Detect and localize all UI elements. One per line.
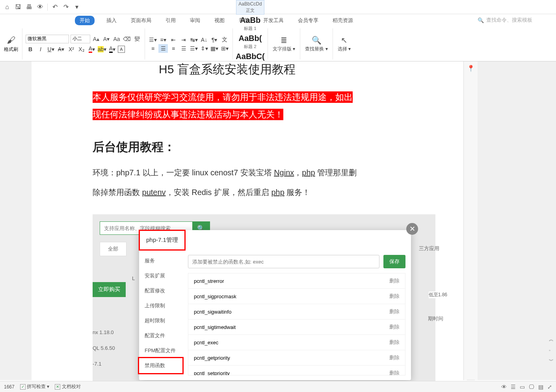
scroll-down-icon[interactable]: ︾ bbox=[549, 358, 554, 364]
undo-icon[interactable]: ↶ bbox=[51, 3, 59, 11]
side-upload-limit[interactable]: 上传限制 bbox=[139, 298, 182, 313]
close-button[interactable]: ✕ bbox=[406, 223, 418, 235]
tab-insert[interactable]: 插入 bbox=[104, 15, 119, 26]
format-brush-button[interactable]: 🖌 格式刷 bbox=[0, 28, 22, 59]
web-layout-icon[interactable]: 🖵 bbox=[529, 384, 534, 390]
print-icon[interactable]: 🖶 bbox=[25, 3, 33, 11]
delete-link[interactable]: 删除 bbox=[389, 339, 400, 346]
settings-icon[interactable]: ▤ bbox=[538, 384, 543, 390]
superscript-button[interactable]: X² bbox=[67, 45, 76, 54]
status-bar: 1667 ✓ 拼写检查 ▾ ✕ 文档校对 👁 ☰ ▭ 🖵 ▤ ⤢ bbox=[0, 381, 556, 392]
font-name-select[interactable] bbox=[26, 35, 69, 43]
home-icon[interactable]: ⌂ bbox=[3, 3, 11, 11]
side-disable-func[interactable]: 禁用函数 bbox=[139, 358, 182, 373]
line-spacing-button[interactable]: ⇕▾ bbox=[199, 44, 209, 53]
side-timeout[interactable]: 超时限制 bbox=[139, 313, 182, 328]
warning-block: 本人服务仅供研究学习交流使用，请勿用于非法违法违规用途，如出 现任何法律纠纷或从… bbox=[93, 89, 402, 123]
expand-icon[interactable]: ⤢ bbox=[547, 384, 552, 390]
delete-link[interactable]: 删除 bbox=[389, 323, 400, 331]
highlight-button[interactable]: ab▾ bbox=[97, 45, 107, 54]
spellcheck-toggle[interactable]: ✓ 拼写检查 ▾ bbox=[20, 383, 50, 390]
style-heading2[interactable]: AaBb( 标题 2 bbox=[236, 33, 264, 51]
document-page[interactable]: H5 盲盒系统安装使用教程 本人服务仅供研究学习交流使用，请勿用于非法违法违规用… bbox=[32, 61, 463, 380]
char-shading-button[interactable]: A▾ bbox=[108, 45, 117, 54]
disable-func-input[interactable] bbox=[188, 255, 379, 268]
find-replace-button[interactable]: 🔍 查找替换 ▾ bbox=[300, 28, 333, 59]
increase-indent-button[interactable]: ⇥ bbox=[179, 35, 188, 44]
tab-view[interactable]: 视图 bbox=[212, 15, 227, 26]
select-button[interactable]: ↖ 选择 ▾ bbox=[333, 28, 355, 59]
bold-button[interactable]: B bbox=[26, 45, 35, 54]
quick-access-toolbar: ⌂ 🖫 🖶 👁 ↶ ↷ ▾ bbox=[0, 0, 556, 14]
save-icon[interactable]: 🖫 bbox=[14, 3, 22, 11]
delete-link[interactable]: 删除 bbox=[389, 293, 400, 300]
tab-layout[interactable]: 页面布局 bbox=[128, 15, 154, 26]
text-direction-button[interactable]: 文 bbox=[220, 35, 229, 44]
strikethrough-button[interactable]: A▾ bbox=[56, 45, 66, 54]
borders-button[interactable]: ⊞▾ bbox=[220, 44, 229, 53]
shading-button[interactable]: ▦▾ bbox=[210, 44, 219, 53]
doc-proof-toggle[interactable]: ✕ 文档校对 bbox=[55, 383, 80, 390]
scroll-up-icon[interactable]: ︽ bbox=[549, 336, 554, 343]
tab-member[interactable]: 会员专享 bbox=[296, 15, 321, 26]
font-color-button[interactable]: A▾ bbox=[87, 45, 97, 54]
decrease-indent-button[interactable]: ⇤ bbox=[169, 35, 178, 44]
style-normal[interactable]: AaBbCcDd 正文 bbox=[236, 0, 264, 15]
change-case-icon[interactable]: Aa bbox=[112, 35, 121, 43]
buy-now-button[interactable]: 立即购买 bbox=[93, 282, 126, 297]
command-search[interactable]: 🔍 查找命令、搜索模板 bbox=[478, 17, 532, 24]
delete-link[interactable]: 删除 bbox=[389, 354, 400, 361]
page-number[interactable]: 1667 bbox=[4, 384, 15, 390]
bullets-button[interactable]: ☰▾ bbox=[148, 35, 158, 44]
find-icon: 🔍 bbox=[312, 35, 322, 45]
delete-link[interactable]: 删除 bbox=[389, 308, 400, 315]
align-right-button[interactable]: ≡ bbox=[169, 44, 178, 53]
tab-start[interactable]: 开始 bbox=[75, 16, 95, 25]
disabled-func-list[interactable]: pcntl_strerror删除 pcntl_sigprocmask删除 pcn… bbox=[188, 273, 405, 375]
side-config-file[interactable]: 配置文件 bbox=[139, 328, 182, 343]
align-left-button[interactable]: ≡ bbox=[148, 44, 158, 53]
side-extensions[interactable]: 安装扩展 bbox=[139, 268, 182, 283]
text-layout-button[interactable]: ≣ 文字排版 ▾ bbox=[268, 28, 300, 59]
tab-docer[interactable]: 稻壳资源 bbox=[330, 15, 355, 26]
read-icon[interactable]: ▭ bbox=[520, 384, 525, 390]
tab-devtools[interactable]: 开发工具 bbox=[261, 15, 286, 26]
delete-link[interactable]: 删除 bbox=[389, 277, 400, 284]
side-config[interactable]: 配置修改 bbox=[139, 283, 182, 298]
outline-icon[interactable]: ☰ bbox=[511, 384, 516, 390]
show-marks-button[interactable]: ¶▾ bbox=[210, 35, 219, 44]
char-border-button[interactable]: A bbox=[118, 46, 125, 53]
distribute-button[interactable]: ☰▾ bbox=[189, 44, 199, 53]
underline-button[interactable]: U▾ bbox=[46, 45, 56, 54]
decrease-font-icon[interactable]: A▾ bbox=[102, 35, 111, 43]
sort-button[interactable]: A↓ bbox=[199, 35, 209, 44]
side-service[interactable]: 服务 bbox=[139, 253, 182, 268]
font-group: A▴ A▾ Aa ⌫ 變 B I U▾ A▾ X² X₂ A▾ ab▾ A▾ A bbox=[22, 28, 145, 59]
side-fpm-config[interactable]: FPM配置文件 bbox=[139, 343, 182, 358]
location-icon[interactable]: 📍 bbox=[467, 65, 475, 72]
align-center-button[interactable]: ☰ bbox=[158, 44, 168, 53]
justify-button[interactable]: ☰ bbox=[179, 44, 188, 53]
subscript-button[interactable]: X₂ bbox=[77, 45, 86, 54]
scroll-menu-icon[interactable]: ◦ bbox=[549, 347, 554, 353]
dropdown-icon[interactable]: ▾ bbox=[73, 3, 81, 11]
increase-font-icon[interactable]: A▴ bbox=[92, 35, 100, 43]
preview-icon[interactable]: 👁 bbox=[36, 3, 44, 11]
phonetic-icon[interactable]: 變 bbox=[133, 35, 141, 43]
tab-review[interactable]: 审阅 bbox=[188, 15, 203, 26]
low-price-label: 低至1.86 bbox=[429, 292, 447, 298]
tab-stops-button[interactable]: ↹▾ bbox=[189, 35, 199, 44]
redo-icon[interactable]: ↷ bbox=[62, 3, 70, 11]
tab-references[interactable]: 引用 bbox=[163, 15, 178, 26]
font-size-select[interactable] bbox=[71, 35, 90, 43]
tab-sections[interactable]: 章节 bbox=[236, 15, 251, 26]
embedded-screenshot: 🔍 全部 立即购买 三方应用 低至1.86 期时间 L nx 1.18.0 QL… bbox=[93, 214, 435, 384]
numbering-button[interactable]: ≡▾ bbox=[158, 35, 168, 44]
delete-link[interactable]: 删除 bbox=[389, 370, 400, 375]
italic-button[interactable]: I bbox=[36, 45, 45, 54]
modal-title: php-7.1管理 bbox=[140, 231, 184, 249]
eye-icon[interactable]: 👁 bbox=[501, 384, 507, 390]
clear-format-icon[interactable]: ⌫ bbox=[123, 35, 131, 43]
tab-all-apps[interactable]: 全部 bbox=[100, 242, 126, 256]
save-button[interactable]: 保存 bbox=[383, 255, 405, 268]
